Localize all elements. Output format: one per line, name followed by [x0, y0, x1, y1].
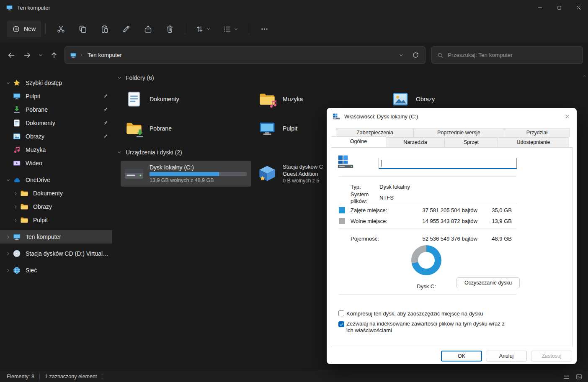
sidebar-item-label: Stacja dysków CD (D:) VirtualBox: [26, 250, 110, 257]
chevron-right-icon[interactable]: [11, 191, 20, 196]
pin-icon: [101, 93, 110, 100]
details-view-icon: [563, 373, 570, 380]
chevron-down-icon[interactable]: [3, 177, 13, 183]
cancel-button[interactable]: Anuluj: [486, 351, 527, 361]
sidebar-item-dokumenty[interactable]: Dokumenty: [0, 116, 112, 130]
chevron-down-icon[interactable]: [116, 75, 122, 81]
compress-checkbox[interactable]: [338, 310, 344, 316]
sidebar-item-label: Pulpit: [33, 217, 48, 223]
tab-przydzial[interactable]: Przydział: [504, 128, 570, 137]
ok-button[interactable]: OK: [441, 351, 482, 361]
view-button[interactable]: [219, 21, 242, 37]
sidebar-item-label: Sieć: [26, 267, 37, 274]
details-view-button[interactable]: [561, 372, 571, 381]
new-button-label: New: [24, 26, 36, 32]
navigation-bar: Ten komputer: [0, 43, 588, 67]
tab-ogolne[interactable]: Ogólne: [331, 136, 386, 146]
sidebar-item-cd-drive[interactable]: Stacja dysków CD (D:) VirtualBox: [0, 247, 112, 260]
window-titlebar: Ten komputer: [0, 0, 588, 15]
chevron-right-icon[interactable]: [3, 251, 13, 256]
hard-drive-icon: [124, 165, 144, 182]
share-button[interactable]: [139, 21, 156, 37]
up-button[interactable]: [46, 47, 62, 63]
sidebar-item-ten-komputer[interactable]: Ten komputer: [0, 230, 112, 244]
window-title: Ten komputer: [17, 5, 50, 11]
sidebar-item-pulpit[interactable]: Pulpit: [0, 90, 112, 103]
refresh-button[interactable]: [408, 48, 423, 62]
dialog-titlebar: Właściwości: Dysk lokalny (C:): [327, 108, 577, 125]
tab-udostepnianie[interactable]: Udostępnianie: [498, 137, 569, 147]
address-bar[interactable]: Ten komputer: [64, 46, 426, 64]
minimize-button[interactable]: [530, 0, 549, 15]
maximize-button[interactable]: [549, 0, 569, 15]
paste-button[interactable]: [96, 21, 113, 37]
tab-zabezpieczenia[interactable]: Zabezpieczenia: [336, 128, 414, 137]
search-box[interactable]: [431, 46, 583, 64]
sort-button[interactable]: [192, 21, 214, 37]
apply-button[interactable]: Zastosuj: [531, 351, 572, 361]
chevron-right-icon[interactable]: [11, 218, 20, 223]
documents-folder-icon: [124, 90, 144, 108]
sidebar-item-onedrive-pulpit[interactable]: Pulpit: [0, 213, 112, 227]
chevron-right-icon[interactable]: [3, 234, 13, 240]
delete-button[interactable]: [161, 21, 178, 37]
sidebar-item-label: Ten komputer: [26, 233, 61, 240]
tab-sprzet[interactable]: Sprzęt: [444, 137, 498, 147]
sidebar-item-wideo[interactable]: Wideo: [0, 156, 112, 170]
sidebar-item-pobrane[interactable]: Pobrane: [0, 103, 112, 116]
text-caret: [382, 160, 382, 167]
search-input[interactable]: [448, 52, 578, 58]
sidebar-item-onedrive-obrazy[interactable]: Obrazy: [0, 200, 112, 213]
breadcrumb[interactable]: Ten komputer: [88, 52, 122, 58]
separator: [339, 204, 516, 204]
close-button[interactable]: [569, 0, 588, 15]
tab-narzedzia[interactable]: Narzędzia: [386, 137, 445, 147]
sidebar-item-onedrive-dokumenty[interactable]: Dokumenty: [0, 187, 112, 200]
back-button[interactable]: [3, 47, 19, 63]
music-folder-icon: [257, 90, 277, 108]
rename-button[interactable]: [118, 21, 134, 37]
tab-poprzednie-wersje[interactable]: Poprzednie wersje: [413, 128, 504, 137]
sidebar-item-label: Dokumenty: [33, 190, 63, 197]
cut-button[interactable]: [52, 21, 69, 37]
sidebar-item-label: Dokumenty: [26, 120, 55, 126]
sidebar-item-quick-access[interactable]: Szybki dostęp: [0, 76, 112, 90]
network-icon: [13, 266, 21, 274]
chevron-right-icon[interactable]: [11, 204, 20, 210]
forward-button[interactable]: [19, 47, 35, 63]
drive-c-tile[interactable]: Dysk lokalny (C:) 13,9 GB wolnych z 48,9…: [121, 161, 251, 187]
dialog-close-button[interactable]: [557, 108, 577, 125]
thumbnail-view-icon: [575, 373, 583, 380]
selection-count: 1 zaznaczony element: [45, 374, 97, 379]
status-bar: Elementy: 8 1 zaznaczony element: [0, 371, 588, 382]
sidebar-item-obrazy[interactable]: Obrazy: [0, 130, 112, 143]
recent-locations-button[interactable]: [35, 47, 46, 63]
check-icon: [339, 322, 344, 327]
copy-button[interactable]: [74, 21, 91, 37]
index-checkbox[interactable]: [338, 321, 344, 327]
sidebar-item-siec[interactable]: Sieć: [0, 264, 112, 277]
new-button[interactable]: New: [7, 21, 41, 37]
tile-label: Dokumenty: [150, 96, 179, 103]
scrollbar-up-arrow[interactable]: [582, 74, 587, 78]
disk-cleanup-button[interactable]: Oczyszczanie dysku: [456, 277, 520, 288]
star-icon: [13, 79, 21, 87]
folder-tile-pobrane[interactable]: Pobrane: [121, 115, 251, 141]
sidebar-item-muzyka[interactable]: Muzyka: [0, 143, 112, 156]
free-space-gb: 13,9 GB: [459, 218, 512, 225]
thumbnail-view-button[interactable]: [574, 372, 584, 381]
downloads-folder-icon: [124, 120, 144, 137]
section-folders[interactable]: Foldery (6): [116, 74, 588, 82]
chevron-down-icon[interactable]: [3, 80, 13, 86]
sidebar-item-onedrive[interactable]: OneDrive: [0, 173, 112, 187]
drive-free-text: 13,9 GB wolnych z 48,9 GB: [150, 177, 247, 183]
chevron-down-icon[interactable]: [116, 149, 122, 155]
chevron-right-icon[interactable]: [3, 268, 13, 273]
folder-tile-dokumenty[interactable]: Dokumenty: [121, 86, 251, 112]
volume-label-input[interactable]: [379, 158, 517, 169]
more-options-button[interactable]: [256, 21, 273, 37]
toolbar-divider: [185, 23, 185, 34]
view-icon: [223, 25, 232, 33]
chevron-down-icon: [233, 26, 239, 32]
address-dropdown-button[interactable]: [394, 48, 408, 62]
